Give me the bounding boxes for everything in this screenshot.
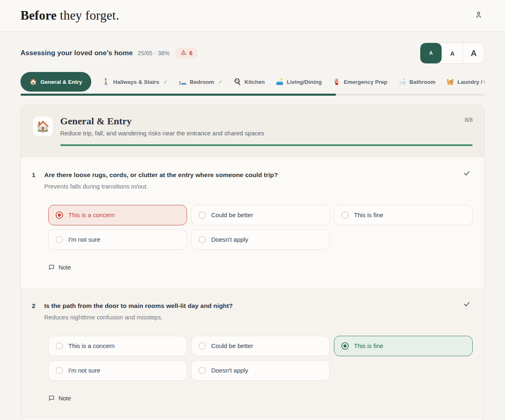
option-label: I'm not sure (68, 236, 100, 243)
assessment-toolbar: Assessing your loved one's home 25/65 · … (20, 31, 485, 64)
radio-icon (56, 342, 63, 350)
tab-general-entry[interactable]: 🏠 General & Entry (20, 72, 91, 92)
walking-person-icon: 🚶 (102, 78, 110, 85)
radio-selected-icon (56, 211, 63, 219)
option-this-is-a-concern[interactable]: This is a concern (48, 205, 187, 225)
section-title: General & Entry (60, 116, 264, 127)
radio-icon (341, 211, 349, 219)
speech-bubble-icon (48, 264, 55, 272)
tab-living-dining[interactable]: 🛋️ Living/Dining (276, 78, 322, 85)
room-tabs: 🏠 General & Entry 🚶 Hallways & Stairs ✓ … (20, 72, 485, 92)
tab-label: Kitchen (245, 79, 265, 85)
concern-count-badge[interactable]: 6 (175, 47, 198, 59)
profile-button[interactable] (473, 9, 485, 22)
answer-options: This is a concern Could be better This i… (48, 205, 473, 250)
radio-icon (198, 367, 206, 374)
tab-hallways-stairs[interactable]: 🚶 Hallways & Stairs ✓ (102, 78, 168, 85)
answered-check-icon (463, 170, 470, 178)
radio-icon (198, 236, 206, 243)
tab-label: Bedroom (190, 79, 214, 85)
option-could-be-better[interactable]: Could be better (191, 205, 330, 225)
option-label: Doesn't apply (211, 236, 248, 243)
section-card: 🏠 General & Entry Reduce trip, fall, and… (20, 105, 485, 420)
radio-icon (56, 236, 63, 243)
tab-label: Living/Dining (287, 79, 322, 85)
section-progress-fill (60, 144, 473, 146)
tab-label: Laundry / Utility (458, 79, 485, 85)
radio-icon (198, 211, 206, 219)
radio-icon (198, 342, 206, 350)
tab-label: Hallways & Stairs (113, 79, 159, 85)
note-button[interactable]: Note (48, 395, 71, 402)
overall-progress-fill (20, 94, 336, 96)
option-this-is-fine[interactable]: This is fine (334, 336, 473, 356)
question-1: 1 Are there loose rugs, cords, or clutte… (21, 157, 484, 288)
question-text: Are there loose rugs, cords, or clutter … (44, 171, 278, 180)
answer-options: This is a concern Could be better This i… (48, 336, 473, 381)
overall-progress-bar (20, 94, 485, 96)
option-label: I'm not sure (68, 367, 100, 374)
note-label: Note (59, 264, 71, 271)
question-number: 1 (32, 171, 38, 190)
option-label: Could be better (211, 342, 253, 349)
house-icon: 🏠 (29, 78, 37, 85)
bed-icon: 🛏️ (179, 78, 187, 85)
option-label: This is fine (354, 211, 383, 218)
question-2: 2 Is the path from the door to main room… (21, 288, 484, 419)
option-doesnt-apply[interactable]: Doesn't apply (191, 360, 330, 381)
section-icon-box: 🏠 (32, 116, 54, 137)
bathtub-icon: 🛁 (399, 78, 406, 85)
option-this-is-fine[interactable]: This is fine (334, 205, 473, 225)
tab-complete-check-icon: ✓ (163, 79, 168, 85)
tab-label: General & Entry (41, 79, 82, 85)
logo-word-1: Before (20, 8, 56, 22)
font-size-small-button[interactable]: A (420, 43, 442, 63)
option-label: This is a concern (68, 342, 115, 349)
tab-complete-check-icon: ✓ (218, 79, 223, 85)
note-button[interactable]: Note (48, 264, 71, 272)
app-header: Before they forget. (0, 0, 505, 31)
page-title: Assessing your loved one's home (20, 49, 133, 57)
logo-word-2: they forget. (56, 8, 119, 22)
tab-kitchen[interactable]: 🍳 Kitchen (234, 78, 265, 85)
tab-emergency-prep[interactable]: 🧯 Emergency Prep (333, 78, 387, 85)
question-number: 2 (32, 302, 38, 321)
radio-icon (56, 367, 63, 374)
frying-pan-icon: 🍳 (234, 78, 241, 85)
person-icon (474, 11, 483, 20)
tab-label: Bathroom (409, 79, 435, 85)
font-size-control: A A A (420, 43, 485, 64)
question-hint: Reduces nighttime confusion and missteps… (44, 314, 233, 321)
option-im-not-sure[interactable]: I'm not sure (48, 229, 187, 250)
concern-count: 6 (189, 50, 192, 56)
radio-selected-icon (341, 342, 349, 350)
section-card-header: 🏠 General & Entry Reduce trip, fall, and… (21, 105, 484, 157)
answered-check-icon (463, 301, 470, 309)
option-label: This is fine (354, 342, 383, 349)
question-text: Is the path from the door to main rooms … (44, 302, 233, 310)
tab-bathroom[interactable]: 🛁 Bathroom (399, 78, 435, 85)
section-progress-bar (60, 144, 473, 146)
laundry-basket-icon: 🧺 (446, 78, 454, 85)
font-size-medium-button[interactable]: A (442, 43, 463, 63)
option-this-is-a-concern[interactable]: This is a concern (48, 336, 187, 356)
progress-count-text: 25/65 · 38% (138, 50, 169, 56)
option-could-be-better[interactable]: Could be better (191, 336, 330, 356)
speech-bubble-icon (48, 395, 55, 402)
house-icon: 🏠 (36, 120, 50, 133)
font-size-large-button[interactable]: A (463, 43, 484, 63)
question-hint: Prevents falls during transitions in/out… (44, 183, 278, 190)
section-answered-count: 8/8 (465, 117, 473, 123)
option-label: Doesn't apply (211, 367, 248, 374)
option-label: This is a concern (68, 211, 115, 218)
tab-label: Emergency Prep (344, 79, 388, 85)
tab-laundry-utility[interactable]: 🧺 Laundry / Utility (446, 78, 485, 85)
couch-icon: 🛋️ (276, 78, 284, 85)
note-label: Note (59, 395, 71, 402)
tab-bedroom[interactable]: 🛏️ Bedroom ✓ (179, 78, 223, 85)
section-subtitle: Reduce trip, fall, and wandering risks n… (60, 130, 264, 137)
option-im-not-sure[interactable]: I'm not sure (48, 360, 187, 381)
option-doesnt-apply[interactable]: Doesn't apply (191, 229, 330, 250)
option-label: Could be better (211, 211, 253, 218)
app-logo: Before they forget. (20, 8, 119, 23)
